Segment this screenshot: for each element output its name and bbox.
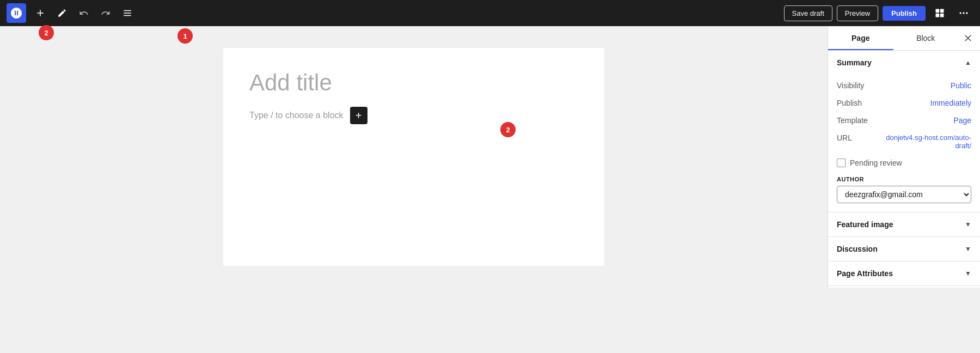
svg-rect-2 [936, 14, 940, 17]
page-attributes-chevron-icon: ▼ [965, 270, 971, 277]
page-attributes-section: Page Attributes ▼ [828, 261, 980, 286]
svg-point-4 [960, 12, 961, 14]
tab-block[interactable]: Block [893, 26, 959, 50]
badge-1: 1 [177, 28, 193, 44]
template-label: Template [837, 116, 868, 125]
publish-label: Publish [837, 99, 862, 107]
tab-page[interactable]: Page [828, 26, 893, 50]
editor-area: Add title Type / to choose a block + [0, 26, 828, 288]
block-area: Type / to choose a block + [249, 107, 578, 124]
author-section: AUTHOR deezgrafix@gmail.com [837, 172, 971, 203]
discussion-section: Discussion ▼ [828, 237, 980, 261]
summary-chevron-icon: ▲ [965, 59, 971, 66]
publish-value[interactable]: Immediately [930, 99, 971, 107]
url-row: URL donjetv4.sg-host.com/auto-draft/ [837, 129, 971, 154]
visibility-row: Visibility Public [837, 77, 971, 94]
save-draft-button[interactable]: Save draft [784, 5, 832, 21]
publish-row: Publish Immediately [837, 94, 971, 112]
url-label: URL [837, 133, 852, 142]
undo-button[interactable] [74, 3, 94, 23]
template-row: Template Page [837, 112, 971, 129]
svg-rect-1 [940, 9, 944, 13]
block-placeholder-text: Type / to choose a block [249, 111, 344, 120]
pending-review-checkbox[interactable] [837, 159, 846, 167]
featured-image-title: Featured image [837, 220, 893, 229]
svg-rect-0 [936, 9, 940, 13]
sidebar-close-button[interactable] [958, 28, 978, 48]
summary-section-header[interactable]: Summary ▲ [828, 51, 980, 75]
pending-review-label: Pending review [850, 159, 902, 167]
add-block-inline-button[interactable]: + [350, 107, 367, 124]
toolbar: Save draft Preview Publish [0, 0, 980, 26]
toolbar-right: Save draft Preview Publish [784, 3, 973, 23]
settings-toggle-button[interactable] [930, 3, 950, 23]
add-block-toolbar-button[interactable] [30, 3, 50, 23]
svg-point-5 [963, 12, 964, 14]
summary-section-title: Summary [837, 58, 872, 67]
pending-review-row: Pending review [837, 154, 971, 172]
document-overview-button[interactable] [118, 3, 137, 23]
author-select[interactable]: deezgrafix@gmail.com [837, 186, 971, 203]
sidebar: Page Block Summary ▲ Visibility Public [828, 26, 980, 288]
badge-2-content: 2 [500, 122, 516, 137]
badge-2-toolbar: 2 [39, 25, 54, 40]
preview-button[interactable]: Preview [837, 5, 878, 21]
template-value[interactable]: Page [953, 116, 971, 125]
sidebar-tabs-row: Page Block [828, 26, 980, 51]
featured-image-chevron-icon: ▼ [965, 221, 971, 228]
page-attributes-title: Page Attributes [837, 269, 893, 278]
svg-rect-3 [940, 14, 944, 17]
main-area: Add title Type / to choose a block + Pag… [0, 26, 980, 288]
sidebar-tabs: Page Block [828, 26, 958, 50]
page-attributes-header[interactable]: Page Attributes ▼ [828, 261, 980, 285]
redo-button[interactable] [96, 3, 115, 23]
wp-logo[interactable] [7, 3, 26, 23]
editor-content: Add title Type / to choose a block + [223, 48, 604, 266]
featured-image-header[interactable]: Featured image ▼ [828, 212, 980, 236]
author-label: AUTHOR [837, 176, 971, 182]
featured-image-section: Featured image ▼ [828, 212, 980, 237]
summary-section: Summary ▲ Visibility Public Publish Imme… [828, 51, 980, 212]
discussion-title: Discussion [837, 245, 878, 253]
title-input[interactable]: Add title [249, 70, 578, 96]
more-options-button[interactable] [954, 3, 973, 23]
discussion-chevron-icon: ▼ [965, 245, 971, 253]
publish-button[interactable]: Publish [883, 6, 926, 21]
discussion-header[interactable]: Discussion ▼ [828, 237, 980, 261]
svg-point-6 [966, 12, 967, 14]
visibility-value[interactable]: Public [951, 81, 971, 90]
url-value[interactable]: donjetv4.sg-host.com/auto-draft/ [884, 133, 971, 150]
edit-button[interactable] [52, 3, 72, 23]
visibility-label: Visibility [837, 81, 864, 90]
summary-section-body: Visibility Public Publish Immediately Te… [828, 75, 980, 212]
